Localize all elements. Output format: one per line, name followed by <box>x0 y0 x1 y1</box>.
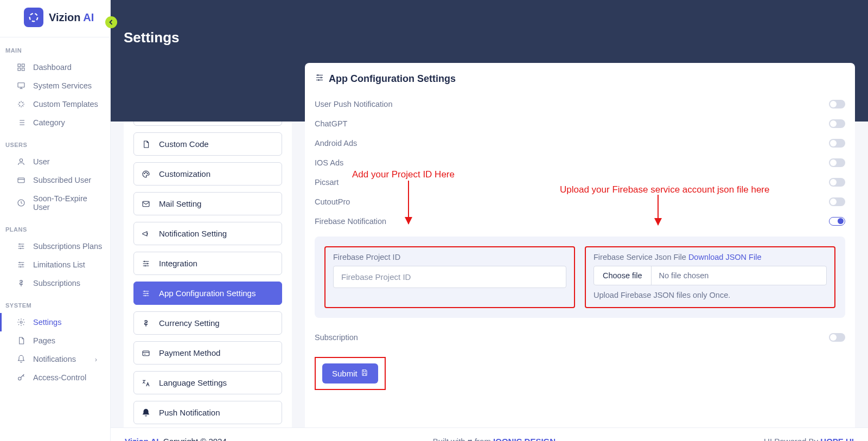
main-area: Settings GeneralMisc SettingsCustom Code… <box>111 0 868 441</box>
sidebar-collapse-button[interactable] <box>105 16 117 28</box>
sidebar-item-notifications[interactable]: Notifications› <box>0 350 110 368</box>
bell-fill-icon <box>142 408 150 417</box>
toggle-row-subscription: Subscription <box>315 328 845 347</box>
sidebar-item-label: Pages <box>33 336 55 345</box>
toggle-row-user-push-notification: User Push Notification <box>315 94 845 114</box>
chevron-right-icon: › <box>95 355 97 363</box>
settings-tab-notification-setting[interactable]: Notification Setting <box>133 222 282 245</box>
sparkle-icon <box>17 100 25 108</box>
svg-rect-2 <box>22 64 24 67</box>
firebase-project-id-input[interactable] <box>333 266 566 288</box>
settings-tab-integration[interactable]: Integration <box>133 252 282 275</box>
sidebar-item-settings[interactable]: Settings <box>0 313 110 331</box>
subscription-toggle[interactable] <box>829 333 845 342</box>
download-json-link[interactable]: Download JSON File <box>688 253 762 261</box>
settings-tab-label: Mail Setting <box>159 199 201 208</box>
sidebar-item-limitations-list[interactable]: Limitations List <box>0 255 110 274</box>
sliders-icon <box>17 242 25 251</box>
footer-center: Built with ♥ from IQONIC DESIGN. <box>433 437 558 441</box>
sidebar-item-label: Notifications <box>33 355 76 363</box>
svg-point-13 <box>147 173 148 174</box>
firebase-project-id-label: Firebase Project ID <box>333 253 566 261</box>
clock-icon <box>17 199 25 207</box>
toggle-label: CutoutPro <box>315 197 350 206</box>
settings-tab-label: Language Settings <box>159 378 227 387</box>
sidebar-item-label: Access-Control <box>33 373 86 382</box>
toggle-chatgpt[interactable] <box>829 119 845 128</box>
sidebar-item-system-services[interactable]: System Services <box>0 76 110 95</box>
sidebar-item-soon-to-expire-user[interactable]: Soon-To-Expire User <box>0 189 110 216</box>
toggle-user-push-notification[interactable] <box>829 100 845 108</box>
svg-point-0 <box>30 14 38 22</box>
settings-tab-custom-code[interactable]: Custom Code <box>133 132 282 156</box>
page-title: Settings <box>124 0 868 46</box>
settings-tab-mail-setting[interactable]: Mail Setting <box>133 192 282 215</box>
page-icon <box>17 336 25 345</box>
toggle-label: Android Ads <box>315 139 357 148</box>
toggle-label: Firebase Notification <box>315 217 386 226</box>
sidebar-item-label: Subscribed User <box>33 176 91 184</box>
submit-button[interactable]: Submit <box>322 363 378 384</box>
sidebar-item-dashboard[interactable]: Dashboard <box>0 58 110 76</box>
footer-left: Vizion AI. Copyright © 2024 <box>125 437 227 441</box>
sidebar-item-subscribed-user[interactable]: Subscribed User <box>0 171 110 189</box>
sidebar-item-label: Subscriptions <box>33 279 80 287</box>
sidebar-item-category[interactable]: Category <box>0 113 110 132</box>
sidebar: Vizion AI MAINDashboardSystem ServicesCu… <box>0 0 111 441</box>
iqonic-link[interactable]: IQONIC DESIGN <box>493 437 556 441</box>
translate-icon <box>142 379 150 387</box>
settings-tab-language-settings[interactable]: Language Settings <box>133 371 282 394</box>
user-icon <box>17 157 25 166</box>
settings-tab-label: Notification Setting <box>159 229 227 238</box>
sidebar-item-subscriptions[interactable]: Subscriptions <box>0 274 110 292</box>
firebase-json-hint: Upload Firebase JSON files only Once. <box>593 291 827 299</box>
svg-point-12 <box>145 172 146 172</box>
save-icon <box>361 369 368 378</box>
sliders-icon <box>315 73 324 85</box>
settings-tab-push-notification[interactable]: Push Notification <box>133 401 282 424</box>
settings-tab-payment-method[interactable]: Payment Method <box>133 341 282 365</box>
toggle-row-cutoutpro: CutoutPro <box>315 192 845 212</box>
firebase-json-label: Firebase Service Json File Download JSON… <box>593 253 827 261</box>
megaphone-icon <box>142 229 150 238</box>
toggle-label: ChatGPT <box>315 119 347 128</box>
settings-tab-customization[interactable]: Customization <box>133 162 282 186</box>
sidebar-item-label: Limitations List <box>33 260 85 269</box>
svg-point-11 <box>144 173 145 174</box>
toggle-row-ios-ads: IOS Ads <box>315 153 845 172</box>
sidebar-item-subscriptions-plans[interactable]: Subscriptions Plans <box>0 237 110 255</box>
hopeui-link[interactable]: HOPE UI <box>820 437 854 441</box>
sidebar-item-pages[interactable]: Pages <box>0 331 110 350</box>
brand-name: Vizion AI <box>49 11 94 24</box>
sidebar-item-custom-templates[interactable]: Custom Templates <box>0 95 110 113</box>
toggle-row-firebase-notification: Firebase Notification <box>315 212 845 231</box>
firebase-json-group: Firebase Service Json File Download JSON… <box>585 246 835 308</box>
footer: Vizion AI. Copyright © 2024 Built with ♥… <box>111 427 868 441</box>
svg-point-9 <box>20 321 22 323</box>
toggle-row-android-ads: Android Ads <box>315 133 845 153</box>
settings-tab-currency-setting[interactable]: Currency Setting <box>133 311 282 335</box>
choose-file-button[interactable]: Choose file <box>594 266 652 285</box>
section-label: USERS <box>0 132 110 152</box>
sidebar-item-user[interactable]: User <box>0 152 110 171</box>
key-icon <box>17 373 25 382</box>
panel-title: App Configuration Settings <box>329 73 456 85</box>
app-config-panel: App Configuration Settings User Push Not… <box>305 63 855 441</box>
toggle-cutoutpro[interactable] <box>829 197 845 206</box>
toggle-ios-ads[interactable] <box>829 158 845 167</box>
settings-tab-app-configuration-settings[interactable]: App Configuration Settings <box>133 282 282 305</box>
sidebar-item-label: Dashboard <box>33 63 72 72</box>
sliders-icon <box>142 289 150 298</box>
sidebar-item-access-control[interactable]: Access-Control <box>0 368 110 387</box>
firebase-json-file-input[interactable]: Choose file No file chosen <box>593 266 827 285</box>
toggle-firebase-notification[interactable] <box>829 217 845 226</box>
svg-rect-4 <box>22 68 24 71</box>
logo-row: Vizion AI <box>0 8 110 37</box>
svg-rect-3 <box>18 68 21 71</box>
toggle-android-ads[interactable] <box>829 139 845 148</box>
list-icon <box>17 118 25 127</box>
toggle-picsart[interactable] <box>829 178 845 187</box>
monitor-icon <box>17 81 25 90</box>
svg-rect-15 <box>143 351 149 356</box>
settings-tab-label: Customization <box>159 169 210 178</box>
